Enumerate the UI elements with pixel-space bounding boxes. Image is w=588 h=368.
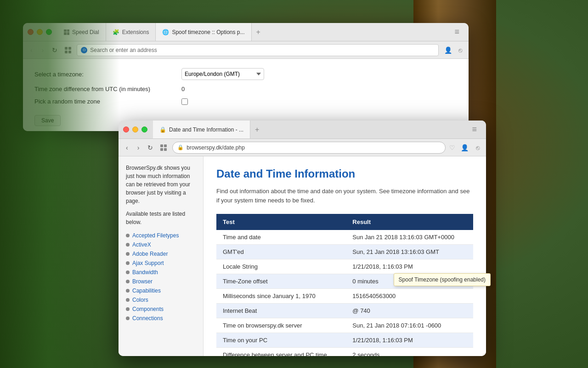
- random-timezone-row: Pick a random time zone: [34, 98, 457, 105]
- timezone-row: Select a timezone: Europe/London (GMT): [34, 68, 457, 80]
- main-content: Date and Time Information Find out infor…: [204, 156, 486, 356]
- bullet-icon: [126, 298, 130, 302]
- minimize-button-2[interactable]: [132, 126, 138, 132]
- cell-test: GMT'ed: [216, 245, 346, 259]
- address-bar-2[interactable]: 🔒 browserspy.dk/date.php: [172, 142, 446, 154]
- bullet-icon: [126, 270, 130, 274]
- nav-link-capabilities[interactable]: Capabilities: [132, 288, 161, 294]
- grid-view-button-2[interactable]: [158, 143, 169, 153]
- utc-diff-row: Time zone difference from UTC (in minute…: [34, 86, 457, 92]
- table-row: Time on browserspy.dk serverSun, 21 Jan …: [216, 318, 473, 333]
- cell-test: Time-Zone offset: [216, 274, 346, 289]
- grid-view-button-1[interactable]: [63, 45, 73, 55]
- page-title: Date and Time Information: [216, 167, 473, 180]
- bullet-icon: [126, 307, 130, 311]
- cell-test: Time on browserspy.dk server: [216, 318, 346, 333]
- new-tab-button-2[interactable]: +: [250, 126, 264, 134]
- bullet-icon: [126, 289, 130, 293]
- tab-spoof-timezone[interactable]: 🌐 Spoof timezone :: Options p...: [156, 23, 251, 41]
- cell-test: Time and date: [216, 230, 346, 245]
- maximize-button-1[interactable]: [46, 29, 52, 35]
- list-item: Connections: [119, 314, 203, 323]
- cell-test: Locale String: [216, 259, 346, 274]
- grid-icon-small: [65, 47, 71, 53]
- back-button-2[interactable]: ‹: [123, 142, 131, 153]
- nav-link-colors[interactable]: Colors: [132, 297, 148, 303]
- save-button[interactable]: Save: [34, 115, 61, 126]
- nav-link-components[interactable]: Components: [132, 306, 164, 312]
- close-button-2[interactable]: [123, 126, 129, 132]
- spoof-timezone-tooltip: Spoof Timezone (spoofing enabled): [394, 273, 491, 286]
- profile-icon-1[interactable]: 👤: [442, 46, 454, 55]
- timezone-select[interactable]: Europe/London (GMT): [181, 68, 264, 80]
- new-tab-button-1[interactable]: +: [252, 28, 265, 36]
- toolbar-1: ‹ › ↻ O Search or enter an address 👤 ⎋: [23, 41, 469, 59]
- cell-result: Sun Jan 21 2018 13:16:03 GMT+0000: [346, 230, 473, 245]
- tab-menu-1[interactable]: ≡: [450, 27, 464, 37]
- tab-speed-dial[interactable]: Speed Dial: [57, 23, 106, 41]
- utc-diff-value: 0: [181, 86, 185, 92]
- list-item: Colors: [119, 295, 203, 305]
- sidebar-intro: BrowserSpy.dk shows you just how much in…: [119, 164, 203, 205]
- cell-result: 2 seconds: [346, 348, 473, 356]
- browser-window-2: 🔒 Date and Time Information - ... + ≡ ‹ …: [119, 121, 486, 355]
- table-row: GMT'edSun, 21 Jan 2018 13:16:03 GMT: [216, 245, 473, 259]
- address-text-2: browserspy.dk/date.php: [187, 144, 245, 151]
- tab-date-time[interactable]: 🔒 Date and Time Information - ...: [153, 121, 250, 138]
- list-item: Accepted Filetypes: [119, 231, 203, 240]
- table-row: Milliseconds since January 1, 1970151654…: [216, 289, 473, 304]
- share-icon-2[interactable]: ⎋: [474, 143, 481, 152]
- reload-button-2[interactable]: ↻: [146, 142, 155, 153]
- tab-spoof-label: Spoof timezone :: Options p...: [172, 29, 244, 35]
- list-item: Browser: [119, 277, 203, 286]
- back-button-1[interactable]: ‹: [28, 45, 35, 56]
- titlebar-2: 🔒 Date and Time Information - ... + ≡: [119, 121, 486, 139]
- table-header-row: Test Result: [216, 214, 473, 230]
- minimize-button-1[interactable]: [37, 29, 43, 35]
- nav-link-bandwidth[interactable]: Bandwidth: [132, 269, 158, 276]
- list-item: Components: [119, 305, 203, 314]
- forward-button-1[interactable]: ›: [39, 45, 47, 56]
- cell-result: 1516540563000: [346, 289, 473, 304]
- tab-extensions[interactable]: 🧩 Extensions: [106, 23, 156, 41]
- nav-link-ajax-support[interactable]: Ajax Support: [132, 260, 164, 266]
- sidebar-nav: Accepted Filetypes ActiveX Adobe Reader …: [119, 231, 203, 323]
- address-bar-1[interactable]: O Search or enter an address: [77, 44, 439, 56]
- list-item: Capabilities: [119, 286, 203, 295]
- random-timezone-checkbox[interactable]: [181, 98, 188, 105]
- nav-link-accepted-filetypes[interactable]: Accepted Filetypes: [132, 232, 179, 239]
- nav-link-connections[interactable]: Connections: [132, 315, 163, 322]
- browser-content-2: BrowserSpy.dk shows you just how much in…: [119, 156, 486, 356]
- nav-link-adobe-reader[interactable]: Adobe Reader: [132, 251, 168, 257]
- nav-link-activex[interactable]: ActiveX: [132, 242, 151, 248]
- bullet-icon: [126, 280, 130, 283]
- cell-test: Internet Beat: [216, 304, 346, 318]
- cell-result: @ 740: [346, 304, 473, 318]
- table-row: Internet Beat@ 740: [216, 304, 473, 318]
- profile-icon-2[interactable]: 👤: [459, 143, 470, 152]
- list-item: Bandwidth: [119, 268, 203, 277]
- table-row: Time and dateSun Jan 21 2018 13:16:03 GM…: [216, 230, 473, 245]
- tab-extensions-icon: 🧩: [113, 29, 119, 35]
- close-button-1[interactable]: [28, 29, 34, 35]
- tab-menu-2[interactable]: ≡: [467, 125, 481, 134]
- bullet-icon: [126, 234, 130, 237]
- forward-button-2[interactable]: ›: [135, 142, 142, 153]
- bullet-icon: [126, 316, 130, 320]
- grid-icon-2: [160, 144, 167, 151]
- bullet-icon: [126, 243, 130, 247]
- cell-result: 1/21/2018, 1:16:03 PM: [346, 333, 473, 348]
- maximize-button-2[interactable]: [141, 126, 147, 132]
- nav-link-browser[interactable]: Browser: [132, 278, 153, 285]
- reload-button-1[interactable]: ↻: [50, 45, 59, 56]
- timezone-label: Select a timezone:: [34, 71, 181, 78]
- sidebar-available: Available tests are listed below.: [119, 210, 203, 226]
- address-text-1: Search or enter an address: [90, 47, 157, 53]
- window-controls-1: [28, 29, 52, 35]
- table-body: Time and dateSun Jan 21 2018 13:16:03 GM…: [216, 230, 473, 356]
- cell-test: Difference between server and PC time: [216, 348, 346, 356]
- browser-window-1: Speed Dial 🧩 Extensions 🌐 Spoof timezone…: [23, 23, 469, 131]
- cell-test: Time on your PC: [216, 333, 346, 348]
- bookmark-button[interactable]: ♡: [449, 144, 455, 151]
- share-icon-1[interactable]: ⎋: [457, 46, 464, 55]
